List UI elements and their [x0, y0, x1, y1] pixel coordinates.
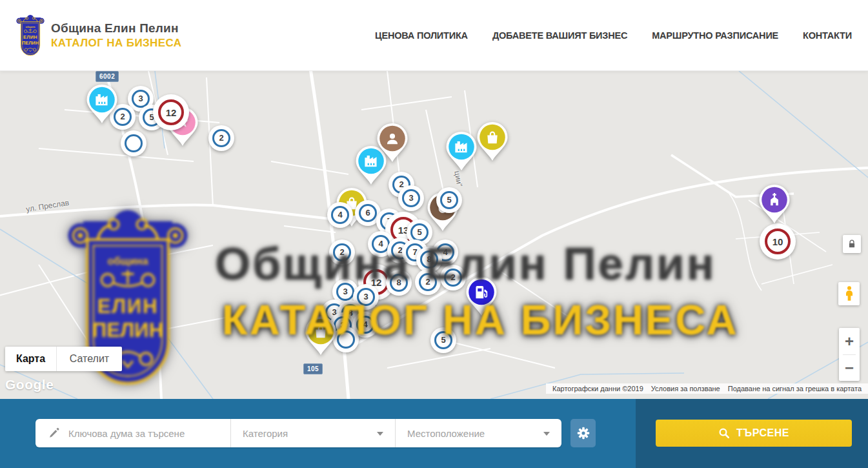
cluster-marker[interactable]: 10	[760, 223, 796, 259]
cluster-count: 5	[440, 191, 459, 210]
cluster-count	[337, 331, 356, 349]
main-nav: ЦЕНОВА ПОЛИТИКА ДОБАВЕТЕ ВАШИЯТ БИЗНЕС М…	[375, 30, 852, 41]
search-bar: Категория Местоположение ТЪРСЕНЕ	[0, 399, 868, 468]
factory-map-pin[interactable]	[86, 84, 118, 127]
cluster-marker[interactable]	[333, 327, 359, 352]
chevron-down-icon	[377, 432, 383, 436]
google-logo[interactable]: Google	[5, 377, 54, 392]
pegman-icon	[843, 285, 856, 302]
nav-item-add-business[interactable]: ДОБАВЕТЕ ВАШИЯТ БИЗНЕС	[492, 30, 627, 41]
cluster-count: 4	[356, 316, 375, 334]
cluster-count: 10	[765, 229, 791, 254]
category-select-value: Категория	[243, 428, 288, 439]
report-error-link[interactable]: Подаване на сигнал за грешка в картата	[724, 385, 865, 392]
shopping-bag-map-pin[interactable]	[305, 316, 337, 358]
lock-icon	[847, 239, 856, 249]
fuel-map-pin[interactable]	[465, 276, 498, 319]
cluster-marker[interactable]: 5	[436, 187, 462, 213]
zoom-out-button[interactable]: −	[839, 355, 860, 381]
cluster-count	[125, 134, 143, 153]
nav-item-pricing[interactable]: ЦЕНОВА ПОЛИТИКА	[375, 30, 468, 41]
cluster-marker[interactable]: 8	[416, 247, 442, 272]
cluster-count: 8	[420, 250, 439, 269]
cluster-marker[interactable]: 12	[153, 94, 189, 130]
site-title: Община Елин Пелин	[51, 21, 181, 36]
street-view-pegman[interactable]	[838, 282, 860, 305]
shopping-bag-map-pin[interactable]	[476, 121, 509, 164]
cluster-count: 6	[359, 204, 378, 223]
gear-icon	[576, 426, 590, 440]
map-marker-layer: 32512223546713542274812822333834510	[0, 71, 868, 399]
municipality-crest-icon	[16, 14, 45, 57]
keyword-search-input[interactable]	[68, 428, 225, 439]
map-type-map-button[interactable]: Карта	[5, 347, 57, 371]
cluster-marker[interactable]: 2	[415, 269, 441, 295]
worker-map-pin[interactable]	[376, 123, 409, 165]
cluster-marker[interactable]: 2	[440, 265, 466, 290]
factory-map-pin[interactable]	[445, 131, 478, 174]
nav-item-contacts[interactable]: КОНТАКТИ	[803, 30, 852, 41]
cluster-count: 2	[444, 269, 463, 287]
map-type-control: Карта Сателит	[5, 347, 122, 371]
cluster-count: 2	[333, 243, 352, 262]
nav-item-bus-schedule[interactable]: МАРШРУТНО РАЗПИСАНИЕ	[652, 30, 778, 41]
road-number-badge: 6002	[96, 71, 119, 82]
zoom-control: + −	[839, 328, 860, 381]
map-canvas[interactable]: 6002105ул. Преславбул. „Новоселции" 3251…	[0, 71, 868, 399]
cluster-count: 5	[434, 331, 453, 350]
cluster-count: 2	[212, 129, 231, 148]
cluster-count: 3	[402, 189, 421, 208]
lock-control[interactable]	[843, 235, 861, 253]
road-number-badge: 105	[303, 363, 323, 374]
cluster-marker[interactable]: 4	[327, 202, 353, 228]
cluster-count: 4	[331, 206, 350, 225]
search-input-group: Категория Местоположение	[35, 419, 561, 447]
terms-link[interactable]: Условия за ползване	[647, 385, 724, 392]
map-copyright: Картографски данни ©2019	[549, 385, 647, 392]
site-subtitle: КАТАЛОГ НА БИЗНЕСА	[51, 37, 181, 50]
map-type-satellite-button[interactable]: Сателит	[57, 347, 122, 371]
cluster-count: 3	[336, 283, 355, 301]
advanced-settings-button[interactable]	[570, 419, 596, 447]
search-button-label: ТЪРСЕНЕ	[736, 427, 789, 439]
church-map-pin[interactable]	[758, 184, 791, 227]
cluster-count: 12	[158, 99, 184, 125]
site-header: Община Елин Пелин КАТАЛОГ НА БИЗНЕСА ЦЕН…	[0, 0, 868, 71]
cluster-count: 8	[390, 274, 409, 292]
search-icon	[718, 427, 730, 439]
cluster-count: 2	[419, 273, 438, 292]
location-select[interactable]: Местоположение	[396, 419, 561, 447]
cluster-marker[interactable]: 2	[329, 239, 355, 265]
zoom-in-button[interactable]: +	[839, 329, 860, 354]
cluster-count: 5	[410, 223, 429, 242]
cluster-marker[interactable]: 8	[386, 270, 412, 296]
search-button[interactable]: ТЪРСЕНЕ	[656, 420, 852, 447]
keyword-section	[35, 419, 231, 447]
cluster-marker[interactable]: 5	[430, 327, 456, 353]
cluster-marker[interactable]	[121, 130, 146, 156]
cluster-marker[interactable]: 3	[398, 185, 424, 211]
category-select[interactable]: Категория	[231, 419, 396, 447]
site-logo[interactable]: Община Елин Пелин КАТАЛОГ НА БИЗНЕСА	[16, 14, 181, 57]
chevron-down-icon	[543, 432, 550, 436]
map-attribution: Картографски данни ©2019 Условия за полз…	[546, 383, 868, 394]
cluster-marker[interactable]: 2	[208, 125, 234, 151]
location-select-value: Местоположение	[407, 428, 485, 439]
pencil-icon	[48, 427, 61, 440]
